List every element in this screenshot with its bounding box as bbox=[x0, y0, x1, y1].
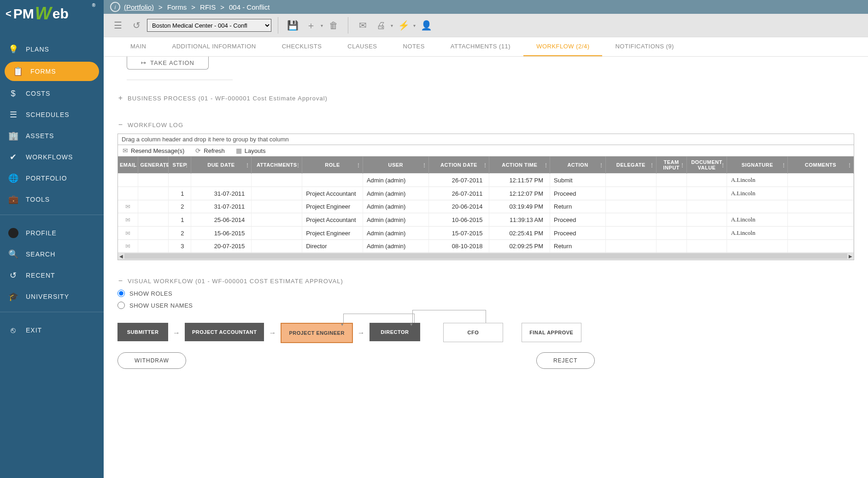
column-menu-icon[interactable]: ⋮ bbox=[162, 163, 167, 168]
bolt-icon[interactable]: ⚡ bbox=[396, 17, 411, 33]
sidebar-item-label: FORMS bbox=[30, 68, 56, 75]
column-menu-icon[interactable]: ⋮ bbox=[847, 163, 852, 168]
grid-group-hint[interactable]: Drag a column header and drop it here to… bbox=[117, 134, 854, 145]
email-icon[interactable]: ✉ bbox=[355, 17, 370, 33]
column-menu-icon[interactable]: ⋮ bbox=[356, 163, 361, 168]
mail-icon: ✉ bbox=[125, 203, 130, 210]
sidebar-item-exit[interactable]: ⎋EXIT bbox=[0, 320, 104, 341]
sidebar-item-university[interactable]: 🎓UNIVERSITY bbox=[0, 286, 104, 307]
sidebar-item-tools[interactable]: 💼TOOLS bbox=[0, 189, 104, 210]
project-dropdown[interactable]: Boston Medical Center - 004 - Confl bbox=[147, 19, 271, 32]
sidebar-item-assets[interactable]: 🏢ASSETS bbox=[0, 125, 104, 146]
sidebar-item-workflows[interactable]: ✔WORKFLOWS bbox=[0, 146, 104, 168]
table-row[interactable]: Admin (admin)26-07-201112:11:57 PMSubmit… bbox=[118, 174, 854, 187]
list-icon[interactable]: ☰ bbox=[110, 17, 126, 33]
col-team-input[interactable]: TEAM INPUT⋮ bbox=[656, 157, 686, 174]
resend-button[interactable]: ✉Resend Message(s) bbox=[123, 147, 184, 154]
sidebar-item-portfolio[interactable]: 🌐PORTFOLIO bbox=[0, 168, 104, 189]
column-menu-icon[interactable]: ⋮ bbox=[650, 163, 655, 168]
show-roles-radio[interactable]: SHOW ROLES bbox=[117, 290, 854, 297]
arrow-right-icon: → bbox=[269, 329, 276, 337]
table-row[interactable]: ✉215-06-2015Project EngineerAdmin (admin… bbox=[118, 227, 854, 240]
sidebar-item-plans[interactable]: 💡PLANS bbox=[0, 39, 104, 60]
tab-main[interactable]: MAIN bbox=[117, 37, 159, 56]
col-user[interactable]: USER⋮ bbox=[363, 157, 428, 174]
reject-button[interactable]: REJECT bbox=[536, 352, 595, 369]
col-generate[interactable]: GENERATE⋮ bbox=[138, 157, 169, 174]
column-menu-icon[interactable]: ⋮ bbox=[483, 163, 488, 168]
table-row[interactable]: ✉125-06-2014Project AccountantAdmin (adm… bbox=[118, 213, 854, 227]
show-users-radio[interactable]: SHOW USER NAMES bbox=[117, 302, 854, 309]
tab-notifications-9-[interactable]: NOTIFICATIONS (9) bbox=[602, 37, 686, 56]
col-action-date[interactable]: ACTION DATE⋮ bbox=[428, 157, 489, 174]
history-icon[interactable]: ↺ bbox=[129, 17, 144, 33]
save-icon[interactable]: 💾 bbox=[285, 17, 300, 33]
briefcase-icon: 💼 bbox=[8, 194, 18, 204]
section-business-process: + BUSINESS PROCESS (01 - WF-000001 Cost … bbox=[117, 94, 854, 102]
sidebar-item-label: TOOLS bbox=[26, 196, 50, 203]
sidebar-item-forms[interactable]: 📋FORMS bbox=[5, 62, 99, 81]
breadcrumb-record: 004 - Conflict bbox=[229, 3, 270, 11]
col-step[interactable]: STEP⋮ bbox=[169, 157, 191, 174]
sidebar-item-recent[interactable]: ↺RECENT bbox=[0, 265, 104, 286]
sidebar-item-costs[interactable]: $COSTS bbox=[0, 83, 104, 104]
refresh-button[interactable]: ⟳Refresh bbox=[195, 147, 225, 154]
breadcrumb-rfis[interactable]: RFIS bbox=[200, 3, 216, 11]
scroll-right-icon[interactable]: ▶ bbox=[847, 254, 854, 259]
exit-icon: ⎋ bbox=[8, 325, 18, 335]
column-menu-icon[interactable]: ⋮ bbox=[781, 163, 786, 168]
tab-workflow-2-4-[interactable]: WORKFLOW (2/4) bbox=[523, 37, 602, 56]
col-attachments[interactable]: ATTACHMENTS⋮ bbox=[252, 157, 302, 174]
mail-icon: ✉ bbox=[123, 147, 128, 154]
col-due-date[interactable]: DUE DATE⋮ bbox=[191, 157, 252, 174]
column-menu-icon[interactable]: ⋮ bbox=[680, 163, 685, 168]
table-row[interactable]: ✉231-07-2011Project EngineerAdmin (admin… bbox=[118, 200, 854, 213]
expand-icon[interactable]: + bbox=[117, 94, 124, 102]
tab-checklists[interactable]: CHECKLISTS bbox=[269, 37, 335, 56]
sidebar-item-schedules[interactable]: ☰SCHEDULES bbox=[0, 104, 104, 125]
layouts-button[interactable]: ▦Layouts bbox=[236, 147, 266, 154]
col-action-time[interactable]: ACTION TIME⋮ bbox=[489, 157, 550, 174]
col-role[interactable]: ROLE⋮ bbox=[302, 157, 363, 174]
column-menu-icon[interactable]: ⋮ bbox=[132, 163, 137, 168]
signature-cell: A.Lincoln bbox=[727, 174, 788, 187]
column-menu-icon[interactable]: ⋮ bbox=[544, 163, 549, 168]
column-menu-icon[interactable]: ⋮ bbox=[184, 163, 189, 168]
info-icon[interactable]: i bbox=[110, 2, 120, 12]
sidebar-item-search[interactable]: 🔍SEARCH bbox=[0, 244, 104, 265]
table-row[interactable]: 131-07-2011Project AccountantAdmin (admi… bbox=[118, 187, 854, 200]
withdraw-button[interactable]: WITHDRAW bbox=[117, 352, 186, 369]
col-comments[interactable]: COMMENTS⋮ bbox=[788, 157, 854, 174]
collapse-icon[interactable]: − bbox=[117, 121, 124, 129]
column-menu-icon[interactable]: ⋮ bbox=[296, 163, 301, 168]
collapse-icon[interactable]: − bbox=[117, 277, 124, 285]
workflow-log-grid: EMAIL⋮GENERATE⋮STEP⋮DUE DATE⋮ATTACHMENTS… bbox=[117, 157, 854, 260]
search-icon: 🔍 bbox=[8, 249, 18, 259]
col-delegate[interactable]: DELEGATE⋮ bbox=[605, 157, 656, 174]
column-menu-icon[interactable]: ⋮ bbox=[422, 163, 427, 168]
tab-additional-information[interactable]: ADDITIONAL INFORMATION bbox=[159, 37, 269, 56]
arrow-right-icon: → bbox=[173, 329, 180, 337]
breadcrumb-portfolio[interactable]: (Portfolio) bbox=[124, 3, 154, 11]
col-document-value[interactable]: DOCUMENT VALUE⋮ bbox=[686, 157, 727, 174]
print-icon[interactable]: 🖨 bbox=[373, 17, 389, 33]
grid-h-scrollbar[interactable]: ◀ ▶ bbox=[118, 252, 854, 260]
take-action-button[interactable]: ↦ TAKE ACTION bbox=[127, 57, 209, 70]
grad-cap-icon: 🎓 bbox=[8, 291, 18, 302]
column-menu-icon[interactable]: ⋮ bbox=[599, 163, 604, 168]
delete-icon[interactable]: 🗑 bbox=[326, 17, 341, 33]
col-signature[interactable]: SIGNATURE⋮ bbox=[727, 157, 788, 174]
tab-notes[interactable]: NOTES bbox=[390, 37, 438, 56]
tab-attachments-11-[interactable]: ATTACHMENTS (11) bbox=[438, 37, 523, 56]
add-icon[interactable]: ＋ bbox=[303, 17, 319, 33]
col-email[interactable]: EMAIL⋮ bbox=[118, 157, 138, 174]
user-icon[interactable]: 👤 bbox=[418, 17, 434, 33]
col-action[interactable]: ACTION⋮ bbox=[550, 157, 606, 174]
table-row[interactable]: ✉320-07-2015DirectorAdmin (admin)08-10-2… bbox=[118, 240, 854, 253]
tab-clauses[interactable]: CLAUSES bbox=[334, 37, 390, 56]
sidebar-item-profile[interactable]: PROFILE bbox=[0, 222, 104, 244]
scroll-left-icon[interactable]: ◀ bbox=[118, 254, 124, 259]
column-menu-icon[interactable]: ⋮ bbox=[245, 163, 250, 168]
breadcrumb-forms[interactable]: Forms bbox=[167, 3, 187, 11]
column-menu-icon[interactable]: ⋮ bbox=[721, 163, 726, 168]
